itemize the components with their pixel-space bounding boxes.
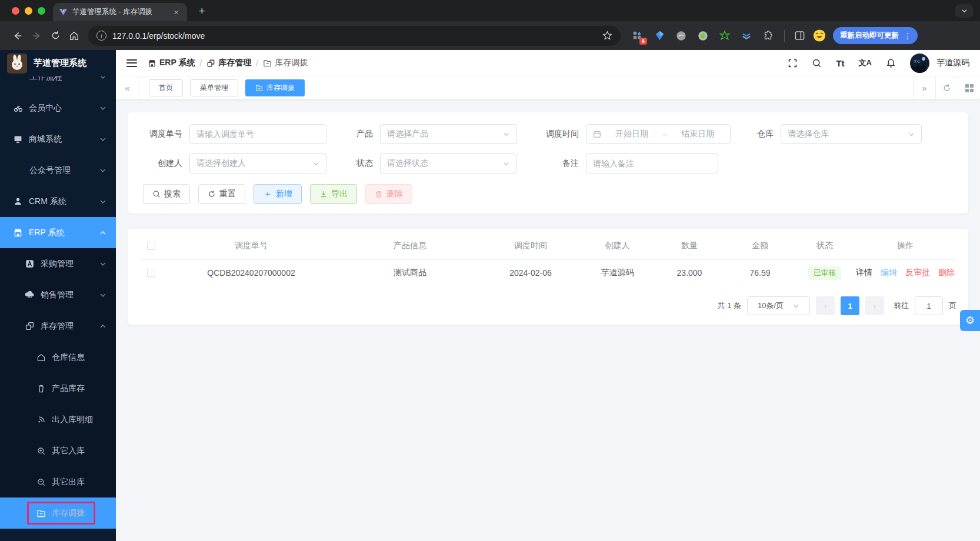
profile-emoji-avatar[interactable] xyxy=(813,29,826,42)
tabs-scroll-right-icon[interactable]: » xyxy=(913,76,935,99)
folder-icon xyxy=(263,59,272,68)
sidebar-item-product-stock[interactable]: 产品库存 xyxy=(0,373,116,404)
zoom-window-button[interactable] xyxy=(38,7,45,15)
view-tab-stock-move[interactable]: 库存调拨 xyxy=(245,79,305,96)
sidebar-item-workflow[interactable]: 工作流程 xyxy=(0,76,116,92)
filter-label-product: 产品 xyxy=(326,129,380,139)
extension-grid-icon[interactable]: 6 xyxy=(631,29,644,42)
forward-icon[interactable] xyxy=(27,26,46,45)
sidebar-item-other-in[interactable]: 其它入库 xyxy=(0,435,116,466)
bell-icon[interactable] xyxy=(886,58,896,68)
refresh-page-icon[interactable] xyxy=(935,76,958,99)
delete-button[interactable]: 删除 xyxy=(365,184,412,204)
chevron-down-icon xyxy=(503,131,509,138)
tab-search-chevron-icon[interactable] xyxy=(955,4,973,18)
reset-button[interactable]: 重置 xyxy=(198,184,245,204)
extension-green-star-icon[interactable] xyxy=(718,29,731,42)
tab-close-icon[interactable]: × xyxy=(171,6,181,18)
dispatch-no-input-field[interactable] xyxy=(196,129,319,139)
font-size-icon[interactable]: Tt xyxy=(836,58,844,68)
row-edit-link[interactable]: 编辑 xyxy=(881,268,897,278)
goto-page-input[interactable] xyxy=(915,296,943,315)
row-unapprove-link[interactable]: 反审批 xyxy=(905,268,930,278)
site-info-icon[interactable]: i xyxy=(96,31,106,41)
username[interactable]: 芋道源码 xyxy=(936,58,969,68)
extension-kite-icon[interactable] xyxy=(653,29,666,42)
sidebar-item-warehouse-info[interactable]: 仓库信息 xyxy=(0,342,116,373)
sidebar-item-sales-mgmt[interactable]: 销售管理 xyxy=(0,279,116,310)
layout-grid-icon[interactable] xyxy=(958,76,980,99)
new-tab-button[interactable]: + xyxy=(195,5,209,18)
current-page-button[interactable]: 1 xyxy=(841,296,859,315)
address-bar[interactable]: i 127.0.0.1/erp/stock/move xyxy=(88,26,621,46)
row-detail-link[interactable]: 详情 xyxy=(856,268,872,278)
minimize-window-button[interactable] xyxy=(25,7,32,15)
close-window-button[interactable] xyxy=(12,7,19,15)
status-select[interactable]: 请选择状态 xyxy=(380,153,516,173)
search-icon[interactable] xyxy=(812,58,822,68)
row-delete-link[interactable]: 删除 xyxy=(938,268,955,278)
browser-update-button[interactable]: 重新启动即可更新 ⋮ xyxy=(833,27,918,44)
url-text[interactable]: 127.0.0.1/erp/stock/move xyxy=(112,31,596,41)
select-all-checkbox[interactable] xyxy=(147,242,155,250)
extension-gray-circle-icon[interactable] xyxy=(675,29,688,42)
back-icon[interactable] xyxy=(8,26,27,45)
page-content: 调度单号 产品 请选择产品 调度时间 开始日期 – 结束日期 仓库 xyxy=(116,101,980,541)
sidebar-item-erp-system[interactable]: ERP 系统 xyxy=(0,217,116,248)
view-tab-home[interactable]: 首页 xyxy=(149,79,183,96)
page-size-select[interactable]: 10条/页 xyxy=(747,296,810,315)
export-button[interactable]: 导出 xyxy=(310,184,357,204)
browser-tab[interactable]: 芋道管理系统 - 库存调拨 × xyxy=(53,3,187,21)
side-panel-icon[interactable] xyxy=(793,29,806,42)
settings-drawer-button[interactable]: ⚙ xyxy=(960,310,980,331)
chevron-down-icon xyxy=(99,261,106,268)
next-page-button[interactable]: › xyxy=(865,296,884,315)
sidebar-item-stock-move[interactable]: 库存调拨 xyxy=(0,497,116,529)
cell-amount: 76.59 xyxy=(725,268,795,278)
remark-input-field[interactable] xyxy=(593,159,711,168)
remark-input[interactable] xyxy=(586,153,718,173)
filter-label-status: 状态 xyxy=(326,158,380,169)
locale-icon[interactable]: 文A xyxy=(859,58,872,68)
creator-select[interactable]: 请选择创建人 xyxy=(189,153,326,173)
sidebar-item-mall-system[interactable]: 商城系统 xyxy=(0,123,116,155)
breadcrumb-stock-mgmt[interactable]: 库存管理 xyxy=(206,58,251,68)
chrome-menu-icon[interactable]: ⋮ xyxy=(901,31,914,41)
sidebar-item-stock-mgmt[interactable]: 库存管理 xyxy=(0,310,116,342)
view-tab-menu-mgmt[interactable]: 菜单管理 xyxy=(190,79,238,96)
dispatch-no-input[interactable] xyxy=(189,124,326,144)
sidebar-item-official-account[interactable]: 公众号管理 xyxy=(0,155,116,186)
sidebar-item-member-center[interactable]: 会员中心 xyxy=(0,92,116,123)
sidebar-item-other-out[interactable]: 其它出库 xyxy=(0,466,116,497)
user-avatar[interactable]: 文心 xyxy=(910,54,929,73)
table-header-row: 调度单号 产品信息 调度时间 创建人 数量 金额 状态 操作 xyxy=(139,232,956,259)
row-checkbox[interactable] xyxy=(147,269,155,277)
search-button[interactable]: 搜索 xyxy=(143,184,190,204)
bookmark-star-icon[interactable] xyxy=(602,31,612,41)
erp-submenu: 采购管理 销售管理 库存管理 仓库信息 产品库存 xyxy=(0,248,116,529)
extension-green-dot-icon[interactable] xyxy=(696,29,709,42)
puzzle-extensions-icon[interactable] xyxy=(762,29,775,42)
sidebar-item-crm-system[interactable]: CRM 系统 xyxy=(0,186,116,217)
tabs-scroll-left-icon[interactable]: « xyxy=(116,76,139,99)
cell-time: 2024-02-06 xyxy=(481,268,581,278)
sidebar-logo-row[interactable]: 芋道管理系统 xyxy=(0,50,116,76)
breadcrumb-erp[interactable]: ERP 系统 xyxy=(148,58,195,68)
sidebar-item-purchase-mgmt[interactable]: 采购管理 xyxy=(0,248,116,279)
add-button[interactable]: ＋ 新增 xyxy=(254,184,302,204)
home-icon[interactable] xyxy=(65,26,84,45)
dispatch-time-range-picker[interactable]: 开始日期 – 结束日期 xyxy=(586,124,731,144)
sidebar-item-stock-record[interactable]: 出入库明细 xyxy=(0,404,116,435)
calendar-icon xyxy=(593,130,601,138)
filter-card: 调度单号 产品 请选择产品 调度时间 开始日期 – 结束日期 仓库 xyxy=(128,112,968,213)
fullscreen-icon[interactable] xyxy=(788,58,798,68)
product-select[interactable]: 请选择产品 xyxy=(380,124,516,144)
reload-icon[interactable] xyxy=(46,26,65,45)
chevron-down-icon xyxy=(99,167,106,174)
filter-label-remark: 备注 xyxy=(516,158,586,169)
extension-chevrons-icon[interactable] xyxy=(740,29,753,42)
collapse-menu-icon[interactable] xyxy=(126,59,137,67)
traffic-lights[interactable] xyxy=(12,7,45,15)
prev-page-button[interactable]: ‹ xyxy=(816,296,835,315)
warehouse-select[interactable]: 请选择仓库 xyxy=(781,124,922,144)
